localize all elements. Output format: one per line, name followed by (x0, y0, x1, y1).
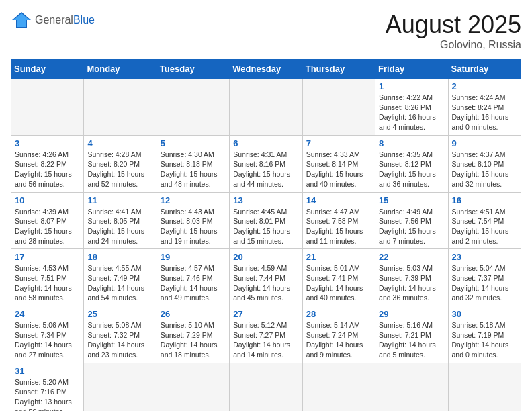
day-info: Sunrise: 4:41 AM Sunset: 8:05 PM Dayligh… (87, 207, 152, 246)
calendar-cell (157, 363, 229, 411)
calendar-cell (302, 363, 375, 411)
calendar-cell (448, 363, 521, 411)
day-number: 14 (306, 195, 371, 205)
logo-icon (11, 11, 32, 30)
day-number: 16 (452, 195, 517, 205)
calendar-cell: 5Sunrise: 4:30 AM Sunset: 8:18 PM Daylig… (157, 135, 229, 192)
day-number: 8 (379, 138, 444, 148)
calendar-cell: 17Sunrise: 4:53 AM Sunset: 7:51 PM Dayli… (11, 249, 84, 306)
day-number: 3 (15, 138, 80, 148)
header: GeneralBlue August 2025 Golovino, Russia (11, 11, 521, 51)
day-info: Sunrise: 4:24 AM Sunset: 8:24 PM Dayligh… (452, 93, 517, 132)
calendar-cell: 1Sunrise: 4:22 AM Sunset: 8:26 PM Daylig… (375, 79, 448, 136)
calendar-cell (302, 79, 375, 136)
day-info: Sunrise: 4:28 AM Sunset: 8:20 PM Dayligh… (87, 150, 152, 189)
svg-marker-1 (13, 13, 30, 27)
weekday-header-tuesday: Tuesday (157, 60, 229, 79)
calendar-cell: 12Sunrise: 4:43 AM Sunset: 8:03 PM Dayli… (157, 192, 229, 249)
day-number: 7 (306, 138, 371, 148)
weekday-header-thursday: Thursday (302, 60, 375, 79)
calendar-cell: 22Sunrise: 5:03 AM Sunset: 7:39 PM Dayli… (375, 249, 448, 306)
calendar-cell (230, 79, 302, 136)
weekday-header-saturday: Saturday (448, 60, 521, 79)
week-row-1: 1Sunrise: 4:22 AM Sunset: 8:26 PM Daylig… (11, 79, 521, 136)
day-info: Sunrise: 5:12 AM Sunset: 7:27 PM Dayligh… (233, 320, 298, 360)
day-number: 5 (161, 138, 226, 148)
calendar-cell: 14Sunrise: 4:47 AM Sunset: 7:58 PM Dayli… (302, 192, 375, 249)
calendar-cell: 9Sunrise: 4:37 AM Sunset: 8:10 PM Daylig… (448, 135, 521, 192)
day-number: 21 (306, 252, 371, 262)
day-info: Sunrise: 4:35 AM Sunset: 8:12 PM Dayligh… (379, 150, 444, 189)
weekday-header-row: SundayMondayTuesdayWednesdayThursdayFrid… (11, 60, 521, 79)
day-info: Sunrise: 4:30 AM Sunset: 8:18 PM Dayligh… (161, 150, 226, 189)
day-number: 12 (161, 195, 226, 205)
calendar-cell: 24Sunrise: 5:06 AM Sunset: 7:34 PM Dayli… (11, 306, 84, 363)
day-info: Sunrise: 4:31 AM Sunset: 8:16 PM Dayligh… (233, 150, 298, 189)
day-info: Sunrise: 4:49 AM Sunset: 7:56 PM Dayligh… (379, 207, 444, 246)
logo-text: GeneralBlue (35, 14, 95, 26)
logo: GeneralBlue (11, 11, 95, 30)
day-info: Sunrise: 4:39 AM Sunset: 8:07 PM Dayligh… (15, 207, 80, 246)
day-number: 1 (379, 81, 444, 91)
day-info: Sunrise: 5:18 AM Sunset: 7:19 PM Dayligh… (452, 320, 517, 360)
day-number: 2 (452, 81, 517, 91)
week-row-6: 31Sunrise: 5:20 AM Sunset: 7:16 PM Dayli… (11, 363, 521, 411)
calendar-cell: 29Sunrise: 5:16 AM Sunset: 7:21 PM Dayli… (375, 306, 448, 363)
day-number: 20 (233, 252, 298, 262)
calendar-cell: 16Sunrise: 4:51 AM Sunset: 7:54 PM Dayli… (448, 192, 521, 249)
day-number: 18 (87, 252, 152, 262)
day-info: Sunrise: 4:45 AM Sunset: 8:01 PM Dayligh… (233, 207, 298, 246)
day-number: 29 (379, 309, 444, 319)
day-info: Sunrise: 4:47 AM Sunset: 7:58 PM Dayligh… (306, 207, 371, 246)
day-info: Sunrise: 4:33 AM Sunset: 8:14 PM Dayligh… (306, 150, 371, 189)
calendar-cell: 27Sunrise: 5:12 AM Sunset: 7:27 PM Dayli… (230, 306, 302, 363)
weekday-header-friday: Friday (375, 60, 448, 79)
day-info: Sunrise: 4:57 AM Sunset: 7:46 PM Dayligh… (161, 263, 226, 303)
calendar-cell (157, 79, 229, 136)
day-info: Sunrise: 5:04 AM Sunset: 7:37 PM Dayligh… (452, 263, 517, 303)
calendar-cell: 4Sunrise: 4:28 AM Sunset: 8:20 PM Daylig… (84, 135, 157, 192)
calendar-cell: 3Sunrise: 4:26 AM Sunset: 8:22 PM Daylig… (11, 135, 84, 192)
day-info: Sunrise: 5:03 AM Sunset: 7:39 PM Dayligh… (379, 263, 444, 303)
day-info: Sunrise: 4:37 AM Sunset: 8:10 PM Dayligh… (452, 150, 517, 189)
weekday-header-wednesday: Wednesday (230, 60, 302, 79)
day-number: 26 (161, 309, 226, 319)
week-row-3: 10Sunrise: 4:39 AM Sunset: 8:07 PM Dayli… (11, 192, 521, 249)
week-row-2: 3Sunrise: 4:26 AM Sunset: 8:22 PM Daylig… (11, 135, 521, 192)
calendar-cell: 15Sunrise: 4:49 AM Sunset: 7:56 PM Dayli… (375, 192, 448, 249)
day-number: 6 (233, 138, 298, 148)
calendar-cell: 30Sunrise: 5:18 AM Sunset: 7:19 PM Dayli… (448, 306, 521, 363)
calendar-cell (375, 363, 448, 411)
week-row-4: 17Sunrise: 4:53 AM Sunset: 7:51 PM Dayli… (11, 249, 521, 306)
calendar-cell: 18Sunrise: 4:55 AM Sunset: 7:49 PM Dayli… (84, 249, 157, 306)
day-info: Sunrise: 4:55 AM Sunset: 7:49 PM Dayligh… (87, 263, 152, 303)
logo-blue: Blue (73, 14, 95, 26)
calendar-cell: 8Sunrise: 4:35 AM Sunset: 8:12 PM Daylig… (375, 135, 448, 192)
day-number: 25 (87, 309, 152, 319)
day-number: 19 (161, 252, 226, 262)
calendar-cell: 28Sunrise: 5:14 AM Sunset: 7:24 PM Dayli… (302, 306, 375, 363)
day-info: Sunrise: 4:22 AM Sunset: 8:26 PM Dayligh… (379, 93, 444, 132)
day-number: 11 (87, 195, 152, 205)
calendar-cell: 31Sunrise: 5:20 AM Sunset: 7:16 PM Dayli… (11, 363, 84, 411)
calendar-cell: 6Sunrise: 4:31 AM Sunset: 8:16 PM Daylig… (230, 135, 302, 192)
day-info: Sunrise: 4:59 AM Sunset: 7:44 PM Dayligh… (233, 263, 298, 303)
day-info: Sunrise: 5:14 AM Sunset: 7:24 PM Dayligh… (306, 320, 371, 360)
day-number: 15 (379, 195, 444, 205)
calendar-cell: 26Sunrise: 5:10 AM Sunset: 7:29 PM Dayli… (157, 306, 229, 363)
calendar: SundayMondayTuesdayWednesdayThursdayFrid… (11, 59, 521, 411)
calendar-cell: 13Sunrise: 4:45 AM Sunset: 8:01 PM Dayli… (230, 192, 302, 249)
day-info: Sunrise: 5:06 AM Sunset: 7:34 PM Dayligh… (15, 320, 80, 360)
calendar-cell (84, 363, 157, 411)
day-number: 30 (452, 309, 517, 319)
calendar-cell (230, 363, 302, 411)
day-number: 23 (452, 252, 517, 262)
day-info: Sunrise: 5:10 AM Sunset: 7:29 PM Dayligh… (161, 320, 226, 360)
calendar-cell: 19Sunrise: 4:57 AM Sunset: 7:46 PM Dayli… (157, 249, 229, 306)
day-info: Sunrise: 4:26 AM Sunset: 8:22 PM Dayligh… (15, 150, 80, 189)
day-number: 10 (15, 195, 80, 205)
logo-general: General (35, 14, 73, 26)
month-title: August 2025 (386, 11, 521, 39)
day-number: 31 (15, 366, 80, 376)
calendar-cell (84, 79, 157, 136)
